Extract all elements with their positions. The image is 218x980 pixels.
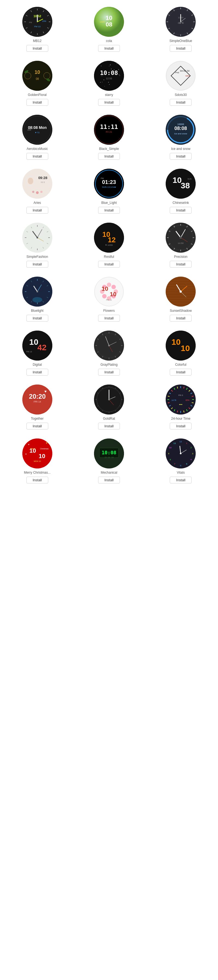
watch-label-grayplating: GrayPlating xyxy=(100,363,118,366)
svg-text:14:356: 14:356 xyxy=(178,242,184,244)
install-button-aries[interactable]: Install xyxy=(26,207,48,214)
watch-face-aries[interactable]: 09:28 11:1 xyxy=(22,169,53,199)
svg-line-388 xyxy=(121,396,121,396)
watch-face-flowers[interactable]: 10 10 FRI 11 xyxy=(94,277,124,307)
watch-item-simplefashion: SimpleFashionInstall xyxy=(2,219,73,272)
watch-face-starry[interactable]: 10:08 12:55 xyxy=(94,61,124,91)
watch-face-aerobicsmusic[interactable]: 15/8 08:08 Mon ♥ 72 xyxy=(22,115,53,145)
svg-text:18888: 18888 xyxy=(177,123,184,126)
watch-item-mb12: 10:52 PM 100s FM 13 MB12Install xyxy=(2,3,73,57)
svg-point-242 xyxy=(180,237,182,239)
watch-face-simplefashion[interactable] xyxy=(22,223,53,253)
watch-face-blue_light[interactable]: PM 01:23 SUN 13:14 ●● xyxy=(94,169,124,199)
svg-point-268 xyxy=(111,285,116,289)
svg-text:MIN: MIN xyxy=(186,75,190,77)
watch-face-goldrat[interactable] xyxy=(94,385,124,415)
watch-face-sunsetshadow[interactable] xyxy=(165,277,196,307)
watch-item-precision: 14:356 PrecisionInstall xyxy=(145,219,216,272)
install-button-digital[interactable]: Install xyxy=(26,369,48,375)
watch-face-restful[interactable]: 10 12 ⚑ 14356 xyxy=(94,223,124,253)
watch-face-digital[interactable]: 10 42 FRI 15 xyxy=(22,331,53,361)
install-button-merrychristmas[interactable]: Install xyxy=(26,477,48,484)
install-button-simpleooneblue[interactable]: Install xyxy=(170,45,192,52)
watch-face-24hourtime[interactable]: FRI 6 14:78 85% ●●● xyxy=(165,385,196,415)
svg-text:FRI 14: FRI 14 xyxy=(33,400,41,403)
install-button-black_simple[interactable]: Install xyxy=(98,153,120,160)
install-button-sunsetshadow[interactable]: Install xyxy=(170,315,192,321)
watch-face-sdots30[interactable]: Ph6 04·06:34 MIN xyxy=(165,61,196,91)
watch-face-bluelight[interactable] xyxy=(22,277,53,307)
watch-face-grayplating[interactable] xyxy=(94,331,124,361)
install-button-together[interactable]: Install xyxy=(26,423,48,430)
watch-face-merrychristmas[interactable]: ✦ ✦ ✦ 10 10 MON 10 Merry Christmas xyxy=(22,439,53,468)
watch-item-sunsetshadow: SunsetShadowInstall xyxy=(145,272,216,326)
watch-face-together[interactable]: 20:20 FRI 14 ♥ xyxy=(22,385,53,415)
install-button-aerobicsmusic[interactable]: Install xyxy=(26,153,48,160)
install-button-grayplating[interactable]: Install xyxy=(98,369,120,375)
install-button-colorful[interactable]: Install xyxy=(170,369,192,375)
watch-face-precision[interactable]: 14:356 xyxy=(165,223,196,253)
svg-point-145 xyxy=(36,191,39,194)
watch-face-mb12[interactable]: 10:52 PM 100s FM 13 xyxy=(22,7,53,37)
install-button-restful[interactable]: Install xyxy=(98,261,120,267)
watch-item-flowers: 10 10 FRI 11 FlowersInstall xyxy=(73,272,145,326)
svg-point-110 xyxy=(109,84,110,85)
watch-label-together: Together xyxy=(31,417,44,420)
svg-text:10: 10 xyxy=(110,291,116,298)
install-button-cola[interactable]: Install xyxy=(98,45,120,52)
svg-text:10: 10 xyxy=(35,70,40,75)
watch-face-colorful[interactable]: 10 10 xyxy=(165,331,196,361)
svg-point-146 xyxy=(40,191,43,193)
install-button-chineseink[interactable]: Install xyxy=(170,207,192,214)
install-button-goldenfloral[interactable]: Install xyxy=(26,99,48,106)
install-button-precision[interactable]: Install xyxy=(170,261,192,267)
install-button-goldrat[interactable]: Install xyxy=(98,423,120,430)
install-button-mechanical[interactable]: Install xyxy=(98,477,120,484)
svg-point-260 xyxy=(37,291,38,293)
svg-line-226 xyxy=(168,235,169,235)
svg-line-69 xyxy=(167,24,169,25)
svg-text:♥: ♥ xyxy=(45,389,46,393)
watch-face-mechanical[interactable]: 10:08 15:16 10 xyxy=(94,439,124,468)
svg-text:1: 1 xyxy=(186,442,188,444)
install-button-simplefashion[interactable]: Install xyxy=(26,261,48,267)
install-button-mb12[interactable]: Install xyxy=(26,45,48,52)
watch-item-icesnow: 18888 08:08 Ice and snow Ice and snowIns… xyxy=(145,111,216,165)
watch-label-cola: cola xyxy=(106,39,112,43)
svg-text:FM 13: FM 13 xyxy=(34,25,40,28)
watch-label-24hourtime: 24-hour Time xyxy=(171,417,191,420)
watch-label-colorful: Colorful xyxy=(175,363,186,366)
svg-text:11:1: 11:1 xyxy=(41,181,45,183)
watch-face-icesnow[interactable]: 18888 08:08 Ice and snow xyxy=(165,115,196,145)
watch-face-goldenfloral[interactable]: 10 08 xyxy=(22,61,53,91)
install-button-sdots30[interactable]: Install xyxy=(170,99,192,106)
svg-text:Ice and snow: Ice and snow xyxy=(174,132,187,135)
install-button-bluelight[interactable]: Install xyxy=(26,315,48,321)
install-button-blue_light[interactable]: Install xyxy=(98,207,120,214)
watch-face-simpleooneblue[interactable]: 12:00 -15°C xyxy=(165,7,196,37)
install-button-starry[interactable]: Install xyxy=(98,99,120,106)
install-button-24hourtime[interactable]: Install xyxy=(170,423,192,430)
svg-text:142V: 142V xyxy=(100,21,105,23)
watch-item-grayplating: GrayPlatingInstall xyxy=(73,326,145,380)
watch-label-simplefashion: SimpleFashion xyxy=(26,255,48,259)
svg-point-107 xyxy=(110,64,111,65)
svg-text:FRI 6: FRI 6 xyxy=(178,395,183,396)
watch-face-chineseink[interactable]: 10 38 SUN xyxy=(165,169,196,199)
install-button-icesnow[interactable]: Install xyxy=(170,153,192,160)
watch-item-aries: 09:28 11:1 AriesInstall xyxy=(2,165,73,219)
svg-line-317 xyxy=(121,343,121,343)
watch-item-simpleooneblue: 12:00 -15°C SimpleOneBlueInstall xyxy=(145,3,216,57)
install-button-vitals[interactable]: Install xyxy=(170,477,192,484)
svg-text:SUN 13:14 ●●: SUN 13:14 ●● xyxy=(102,186,116,188)
svg-text:10: 10 xyxy=(29,337,38,346)
watch-face-cola[interactable]: 10 08 142V xyxy=(94,7,124,37)
svg-text:10: 10 xyxy=(181,344,190,353)
svg-line-394 xyxy=(121,403,121,404)
watch-label-digital: Digital xyxy=(33,363,42,366)
watch-face-black_simple[interactable]: 11:11 Fri 21 xyxy=(94,115,124,145)
install-button-flowers[interactable]: Install xyxy=(98,315,120,321)
watch-face-vitals[interactable]: 121234567891011 xyxy=(165,439,196,468)
svg-text:✦: ✦ xyxy=(25,453,27,455)
watch-item-merrychristmas: ✦ ✦ ✦ 10 10 MON 10 Merry Christmas Merry… xyxy=(2,434,73,488)
